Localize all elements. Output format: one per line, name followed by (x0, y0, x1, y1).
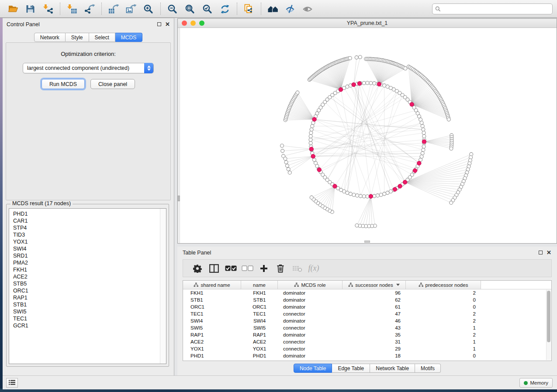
column-header-shared-name[interactable]: shared name (183, 281, 241, 289)
import-table-button[interactable] (63, 1, 81, 16)
tab-style[interactable]: Style (66, 33, 89, 42)
zoom-fit-button[interactable] (181, 1, 199, 16)
hierarchy-icon (419, 282, 423, 287)
table-row[interactable]: RAP1RAP1dominator352 (183, 331, 551, 338)
cell-mcds-role: dominator (278, 352, 343, 359)
table-row[interactable]: SWI5SWI5connector431 (183, 324, 551, 331)
column-header-predecessor-nodes[interactable]: predecessor nodes (406, 281, 481, 289)
save-icon (25, 3, 36, 14)
column-header-successor-nodes[interactable]: successor nodes (343, 281, 406, 289)
network-horizontal-scrollbar[interactable] (364, 241, 370, 243)
hide-selected-button[interactable] (282, 1, 299, 16)
minimize-window-icon[interactable] (190, 21, 196, 26)
tab-select[interactable]: Select (89, 33, 115, 42)
network-canvas[interactable] (178, 28, 557, 243)
import-network-button[interactable] (39, 1, 57, 16)
search-input[interactable] (441, 5, 550, 12)
mcds-result-item[interactable]: TID3 (13, 231, 160, 238)
cell-name: PHD1 (241, 352, 278, 359)
export-network-button[interactable] (81, 1, 98, 16)
export-table-button[interactable] (105, 1, 122, 16)
network-vertical-scrollbar[interactable] (178, 28, 180, 243)
mcds-result-item[interactable]: PHD1 (13, 210, 160, 217)
mcds-result-item[interactable]: SWI4 (13, 245, 160, 252)
column-header-name[interactable]: name (241, 281, 278, 289)
column-header-mcds-role[interactable]: MCDS role (278, 281, 343, 289)
table-row[interactable]: SWI4SWI4dominator462 (183, 317, 551, 324)
zoom-selected-button[interactable] (199, 1, 216, 16)
table-row[interactable]: YOX1YOX1connector291 (183, 345, 551, 352)
mcds-result-item[interactable]: PMA2 (13, 259, 160, 266)
close-panel-icon[interactable]: ✕ (165, 22, 170, 26)
network-window-titlebar[interactable]: YPA_prune.txt_1 (178, 19, 557, 28)
mcds-result-list[interactable]: PHD1CAR1STP4TID3YOX1SWI4SRD1PMA2FKH1ACE2… (9, 208, 166, 364)
table-header-row: shared namenameMCDS rolesuccessor nodesp… (183, 281, 551, 289)
save-button[interactable] (22, 1, 39, 16)
mcds-result-item[interactable]: YOX1 (13, 238, 160, 245)
mcds-result-item[interactable]: STB1 (13, 301, 160, 308)
task-history-button[interactable] (6, 378, 18, 388)
table-row[interactable]: PHD1PHD1dominator180 (183, 352, 551, 359)
mcds-result-item[interactable]: ACE2 (13, 273, 160, 280)
close-table-panel-icon[interactable]: ✕ (547, 251, 551, 254)
network-graph[interactable] (178, 28, 557, 243)
tab-mcds[interactable]: MCDS (115, 33, 142, 42)
cell-predecessor-nodes: 1 (406, 338, 481, 345)
optimization-criterion-select[interactable]: largest connected component (undirected) (23, 63, 154, 73)
refresh-button[interactable] (216, 1, 234, 16)
cell-name: RAP1 (241, 331, 278, 338)
memory-button[interactable]: Memory (519, 378, 553, 388)
close-window-icon[interactable] (182, 21, 187, 26)
close-panel-button[interactable]: Close panel (90, 79, 135, 89)
table-row[interactable]: ACE2ACE2connector311 (183, 338, 551, 345)
tab-network[interactable]: Network (34, 33, 66, 42)
cell-successor-nodes: 62 (343, 296, 406, 303)
table-row[interactable]: ORC1ORC1dominator610 (183, 303, 551, 310)
list-icon (9, 379, 15, 387)
open-button[interactable] (4, 1, 22, 16)
run-mcds-button[interactable]: Run MCDS (42, 79, 85, 89)
hierarchy-icon (294, 282, 299, 287)
mcds-result-item[interactable]: RAP1 (13, 294, 160, 301)
cell-predecessor-nodes: 1 (406, 324, 481, 331)
table-mode-gear-button[interactable] (189, 264, 206, 273)
table-scrollbar-thumb[interactable] (547, 291, 550, 342)
search-field[interactable] (432, 3, 553, 14)
mcds-result-item[interactable]: CAR1 (13, 217, 160, 224)
first-neighbors-button[interactable] (264, 1, 282, 16)
table-row[interactable]: STB1STB1dominator620 (183, 296, 551, 303)
tab-node-table[interactable]: Node Table (294, 364, 332, 373)
new-network-from-selection-button[interactable] (240, 1, 258, 16)
table-row[interactable]: TEC1TEC1connector472 (183, 310, 551, 317)
export-image-button[interactable] (122, 1, 140, 16)
cell-shared-name: ORC1 (183, 303, 241, 310)
delete-columns-button[interactable] (272, 264, 289, 273)
tab-network-table[interactable]: Network Table (370, 364, 415, 373)
mcds-result-item[interactable]: SWI5 (13, 308, 160, 315)
table-row[interactable]: FKH1FKH1dominator962 (183, 289, 551, 296)
float-window-icon[interactable] (157, 22, 161, 26)
mcds-result-item[interactable]: STP4 (13, 224, 160, 231)
mcds-result-item[interactable]: STB5 (13, 280, 160, 287)
deselect-all-rows-button[interactable] (239, 265, 256, 272)
mcds-result-item[interactable]: TEC1 (13, 315, 160, 322)
zoom-out-button[interactable] (164, 1, 181, 16)
mcds-result-item[interactable]: ORC1 (13, 287, 160, 294)
maximize-window-icon[interactable] (199, 21, 204, 26)
tab-edge-table[interactable]: Edge Table (332, 364, 370, 373)
new-column-button[interactable] (256, 265, 272, 272)
tab-motifs[interactable]: Motifs (415, 364, 441, 373)
mcds-result-item[interactable]: SRD1 (13, 252, 160, 259)
cell-shared-name: PHD1 (183, 352, 241, 359)
show-all-button[interactable] (299, 1, 317, 16)
mcds-result-item[interactable]: GCR1 (13, 322, 160, 329)
cell-shared-name: ACE2 (183, 338, 241, 345)
mcds-result-item[interactable]: FKH1 (13, 266, 160, 273)
zoom-in-button[interactable] (140, 1, 157, 16)
mcds-list-scrollbar[interactable] (160, 209, 166, 364)
float-table-panel-icon[interactable] (539, 251, 543, 254)
cell-successor-nodes: 43 (343, 324, 406, 331)
select-all-rows-button[interactable] (222, 265, 239, 272)
show-hide-columns-button[interactable] (206, 264, 222, 273)
table-scrollbar[interactable] (546, 290, 551, 360)
